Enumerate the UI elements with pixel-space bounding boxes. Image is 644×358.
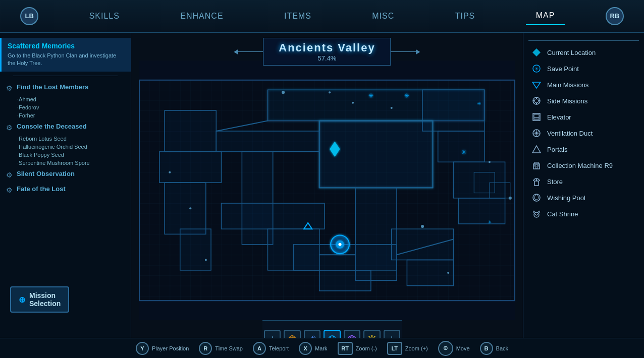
x-button[interactable]: X: [299, 342, 312, 355]
header-right-line: [391, 51, 416, 52]
active-quest[interactable]: Scattered Memories Go to the Black Pytho…: [0, 38, 131, 72]
legend-side-missions: Side Missions: [528, 95, 639, 106]
quest-find-lost[interactable]: ⚙ Find the Lost Members: [0, 80, 131, 95]
svg-point-64: [489, 161, 491, 163]
sidebar-divider: [13, 76, 118, 76]
a-button[interactable]: A: [253, 342, 266, 355]
legend-ventilation-duct: Ventilation Duct: [528, 128, 639, 139]
ctrl-zoom-in-label: Zoom (+): [405, 345, 428, 351]
tab-skills[interactable]: Skills: [79, 8, 130, 25]
ctrl-mark-label: Mark: [315, 345, 327, 351]
svg-rect-103: [534, 118, 539, 120]
svg-marker-91: [532, 48, 541, 56]
svg-point-68: [205, 259, 207, 261]
legend-elevator: Elevator: [528, 111, 639, 123]
quest-silent-observation[interactable]: ⚙ Silent Observation: [0, 167, 131, 182]
left-sidebar: Scattered Memories Go to the Black Pytho…: [0, 33, 131, 358]
top-nav: LB Skills Enhance Items Misc Tips Map RB: [0, 0, 644, 33]
tab-map[interactable]: Map: [526, 7, 565, 25]
mission-icon: ⊕: [19, 295, 25, 305]
tab-enhance[interactable]: Enhance: [170, 8, 233, 25]
svg-text:✳: ✳: [477, 101, 481, 106]
svg-point-61: [391, 107, 393, 109]
ctrl-back-label: Back: [496, 345, 508, 351]
quest-fate-lost[interactable]: ⚙ Fate of the Lost: [0, 182, 131, 197]
lt-button[interactable]: LT: [387, 342, 402, 355]
mission-selection-button[interactable]: ⊕ Mission Selection: [10, 286, 69, 313]
rt-button[interactable]: RT: [338, 342, 353, 355]
current-location-icon: [531, 47, 542, 58]
tab-items[interactable]: Items: [274, 8, 321, 25]
ctrl-zoom-in: LT Zoom (+): [387, 342, 428, 355]
y-button[interactable]: Y: [136, 342, 149, 355]
svg-rect-21: [319, 270, 371, 291]
rb-button[interactable]: RB: [606, 7, 624, 25]
svg-point-119: [533, 194, 540, 201]
quest-sub-mushroom: ·Serpentine Mushroom Spore: [0, 159, 131, 167]
svg-text:✳: ✳: [368, 92, 373, 99]
quest-console-deceased[interactable]: ⚙ Console the Deceased: [0, 120, 131, 135]
legend-side-missions-label: Side Missions: [547, 97, 587, 105]
legend-store-label: Store: [547, 178, 563, 186]
legend-save-point-label: Save Point: [547, 65, 579, 73]
map-area[interactable]: Ancients Valley 57.4%: [131, 33, 523, 358]
tab-tips[interactable]: Tips: [445, 8, 486, 25]
cat-shrine-icon: [531, 208, 542, 219]
svg-rect-11: [459, 198, 505, 224]
quest-title-silent: Silent Observation: [17, 170, 75, 177]
legend-current-location-label: Current Location: [547, 49, 596, 56]
r-button[interactable]: R: [199, 342, 212, 355]
ctrl-teleport: A Teleport: [253, 342, 289, 355]
quest-sub-poppy: ·Black Poppy Seed: [0, 151, 131, 159]
store-icon: [531, 176, 542, 187]
legend-save-point: ✳ Save Point: [528, 63, 639, 74]
map-location-name: Ancients Valley: [279, 41, 375, 54]
tab-misc[interactable]: Misc: [362, 8, 404, 25]
controls-bar: Y Player Position R Time Swap A Teleport…: [0, 338, 644, 358]
svg-point-63: [447, 272, 449, 274]
svg-point-66: [169, 171, 171, 173]
map-svg-container: ✳ ✳ ✳ ✳ ✳: [139, 61, 515, 320]
svg-rect-29: [180, 229, 211, 270]
gear-icon-find-lost: ⚙: [6, 84, 13, 92]
collection-machine-icon: [531, 160, 542, 171]
legend-collection-machine-label: Collection Machine R9: [547, 162, 613, 169]
svg-rect-23: [165, 110, 216, 152]
active-quest-title: Scattered Memories: [8, 42, 125, 50]
side-missions-icon: [531, 95, 542, 106]
svg-point-58: [282, 91, 285, 94]
header-right-arrow: [416, 49, 420, 54]
legend-portals-label: Portals: [547, 146, 567, 153]
legend-panel: Current Location ✳ Save Point Main Missi…: [523, 33, 644, 358]
svg-point-113: [534, 165, 536, 167]
gear-icon-silent: ⚙: [6, 171, 13, 179]
svg-rect-37: [267, 229, 319, 270]
svg-point-62: [421, 225, 424, 228]
svg-point-65: [509, 197, 512, 200]
svg-marker-125: [536, 215, 537, 216]
main-missions-icon: [531, 79, 542, 90]
legend-store: Store: [528, 176, 639, 187]
svg-point-114: [538, 165, 539, 167]
quest-sub-fedorov: ·Fedorov: [0, 103, 131, 111]
legend-wishing-pool: Wishing Pool: [528, 192, 639, 203]
svg-text:✳: ✳: [461, 149, 466, 156]
ctrl-zoom-out-label: Zoom (-): [356, 345, 377, 351]
legend-portals: Portals: [528, 144, 639, 155]
b-button[interactable]: B: [480, 342, 493, 355]
svg-rect-115: [535, 167, 538, 168]
legend-wishing-pool-label: Wishing Pool: [547, 194, 585, 202]
svg-point-123: [535, 214, 536, 215]
svg-rect-41: [407, 260, 453, 285]
legend-divider: [528, 40, 639, 41]
l-button[interactable]: ⊙: [438, 341, 453, 356]
svg-marker-94: [532, 82, 541, 88]
header-left-arrow: [234, 49, 238, 54]
gear-icon-console: ⚙: [6, 124, 13, 132]
lb-button[interactable]: LB: [20, 7, 38, 25]
svg-point-67: [189, 207, 191, 209]
save-point-icon: ✳: [531, 63, 542, 74]
svg-rect-116: [534, 181, 539, 186]
svg-marker-110: [532, 146, 541, 153]
quest-sub-forher: ·Forher: [0, 111, 131, 120]
